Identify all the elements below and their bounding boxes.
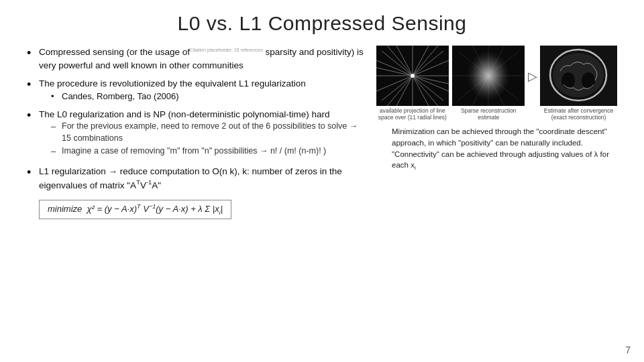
sub-bullet-text: Candes, Romberg, Tao (2006) (62, 90, 179, 103)
sinogram-caption: available projection of line space over … (376, 107, 449, 121)
bullet-dot-2: • (27, 77, 39, 93)
bullet-4: • L1 regularization → reduce computation… (27, 165, 364, 192)
minimization-subscript: i (415, 166, 416, 172)
slide-title: L0 vs. L1 Compressed Sensing (27, 12, 617, 35)
dash-bullet-1: – For the previous example, need to remo… (51, 121, 364, 144)
brain-container: Estimate after convergence (exact recons… (540, 46, 617, 121)
right-column: available projection of line space over … (369, 46, 617, 223)
bullet-text-4: L1 regularization → reduce computation t… (39, 165, 364, 192)
bullet-text-1: Compressed sensing (or the usage ofCitat… (39, 46, 364, 72)
minimization-box: Minimization can be achieved through the… (389, 126, 617, 172)
sparse-image (452, 46, 525, 106)
bullet-3: • The L0 regularization and is NP (non-d… (27, 108, 364, 160)
minimization-text: Minimization can be achieved through the… (392, 127, 609, 169)
sparse-container: Sparse reconstruction estimate (452, 46, 526, 121)
bullet-text-3: The L0 regularization and is NP (non-det… (39, 108, 364, 160)
slide: L0 vs. L1 Compressed Sensing • Compresse… (0, 0, 644, 362)
svg-point-23 (411, 74, 415, 78)
bullet-dot-3: • (27, 108, 39, 123)
bullet-1: • Compressed sensing (or the usage ofCit… (27, 46, 364, 72)
formula-box: minimize χ² = (y − A·x)T V−1(y − A·x) + … (39, 200, 231, 219)
sub-bullet-candes: • Candes, Romberg, Tao (2006) (51, 90, 364, 103)
right-arrow-icon: ▷ (528, 69, 537, 84)
svg-point-42 (582, 72, 595, 88)
sinogram-container: available projection of line space over … (376, 46, 449, 121)
svg-point-41 (561, 72, 575, 88)
sinogram-image (376, 46, 449, 106)
brain-caption: Estimate after convergence (exact recons… (542, 107, 616, 121)
arrow-between-images: ▷ (528, 46, 537, 84)
bullet-text-2: The procedure is revolutionized by the e… (39, 77, 364, 103)
formula-text: minimize χ² = (y − A·x)T V−1(y − A·x) + … (48, 203, 223, 216)
dash-text-2: Imagine a case of removing "m" from "n" … (62, 145, 326, 158)
dash-text-1: For the previous example, need to remove… (62, 121, 364, 144)
images-row: available projection of line space over … (376, 46, 617, 121)
bullet-dot-1: • (27, 46, 39, 61)
dash-bullet-2: – Imagine a case of removing "m" from "n… (51, 145, 364, 158)
bullet-dot-4: • (27, 165, 39, 180)
sparse-caption: Sparse reconstruction estimate (452, 107, 526, 121)
brain-image (540, 46, 617, 106)
left-column: • Compressed sensing (or the usage ofCit… (27, 46, 364, 223)
bullet-2: • The procedure is revolutionized by the… (27, 77, 364, 103)
svg-point-40 (553, 53, 604, 97)
page-number: 7 (625, 345, 631, 355)
